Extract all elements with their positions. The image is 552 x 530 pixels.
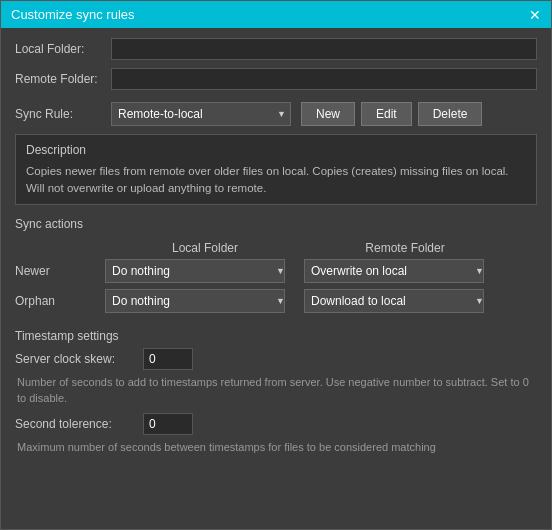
sync-rule-label: Sync Rule: xyxy=(15,107,105,121)
sync-action-newer-row: Newer Do nothing Overwrite on local Dele… xyxy=(15,259,537,283)
skew-note: Number of seconds to add to timestamps r… xyxy=(17,374,537,407)
description-section: Description Copies newer files from remo… xyxy=(15,134,537,205)
skew-input[interactable] xyxy=(143,348,193,370)
newer-local-select-wrapper: Do nothing Overwrite on local Delete loc… xyxy=(105,259,290,283)
local-folder-row: Local Folder: xyxy=(15,38,537,60)
description-title: Description xyxy=(26,141,526,159)
orphan-remote-select-wrapper: Download to local Do nothing Overwrite o… xyxy=(304,289,489,313)
delete-button[interactable]: Delete xyxy=(418,102,483,126)
description-text: Copies newer files from remote over olde… xyxy=(26,163,526,198)
orphan-local-select[interactable]: Do nothing Overwrite on local Delete loc… xyxy=(105,289,285,313)
window-title: Customize sync rules xyxy=(11,7,135,22)
newer-local-select[interactable]: Do nothing Overwrite on local Delete loc… xyxy=(105,259,285,283)
content-area: Local Folder: Remote Folder: Sync Rule: … xyxy=(1,28,551,529)
title-bar: Customize sync rules ✕ xyxy=(1,1,551,28)
remote-folder-label: Remote Folder: xyxy=(15,72,105,86)
local-folder-input[interactable] xyxy=(111,38,537,60)
sync-actions-title: Sync actions xyxy=(15,217,537,231)
remote-folder-row: Remote Folder: xyxy=(15,68,537,90)
edit-button[interactable]: Edit xyxy=(361,102,412,126)
sync-rule-select-wrapper: Remote-to-local Local-to-remote Bidirect… xyxy=(111,102,291,126)
local-folder-label: Local Folder: xyxy=(15,42,105,56)
timestamp-title: Timestamp settings xyxy=(15,329,537,343)
remote-folder-input[interactable] xyxy=(111,68,537,90)
col-local-header: Local Folder xyxy=(105,241,305,255)
newer-remote-select[interactable]: Overwrite on local Do nothing Download t… xyxy=(304,259,484,283)
timestamp-section: Timestamp settings Server clock skew: Nu… xyxy=(15,329,537,462)
tolerance-note: Maximum number of seconds between timest… xyxy=(17,439,537,456)
tolerance-row: Second tolerence: xyxy=(15,413,537,435)
sync-actions-table: Local Folder Remote Folder Newer Do noth… xyxy=(15,241,537,319)
close-button[interactable]: ✕ xyxy=(529,8,541,22)
sync-action-orphan-row: Orphan Do nothing Overwrite on local Del… xyxy=(15,289,537,313)
newer-label: Newer xyxy=(15,264,105,278)
tolerance-label: Second tolerence: xyxy=(15,417,135,431)
skew-row: Server clock skew: xyxy=(15,348,537,370)
skew-label: Server clock skew: xyxy=(15,352,135,366)
sync-actions-header: Local Folder Remote Folder xyxy=(105,241,537,255)
sync-rule-select[interactable]: Remote-to-local Local-to-remote Bidirect… xyxy=(111,102,291,126)
col-remote-header: Remote Folder xyxy=(305,241,505,255)
sync-rule-row: Sync Rule: Remote-to-local Local-to-remo… xyxy=(15,102,537,126)
newer-remote-select-wrapper: Overwrite on local Do nothing Download t… xyxy=(304,259,489,283)
tolerance-input[interactable] xyxy=(143,413,193,435)
orphan-remote-select[interactable]: Download to local Do nothing Overwrite o… xyxy=(304,289,484,313)
orphan-label: Orphan xyxy=(15,294,105,308)
rule-btn-group: New Edit Delete xyxy=(301,102,482,126)
new-button[interactable]: New xyxy=(301,102,355,126)
main-window: Customize sync rules ✕ Local Folder: Rem… xyxy=(0,0,552,530)
orphan-local-select-wrapper: Do nothing Overwrite on local Delete loc… xyxy=(105,289,290,313)
